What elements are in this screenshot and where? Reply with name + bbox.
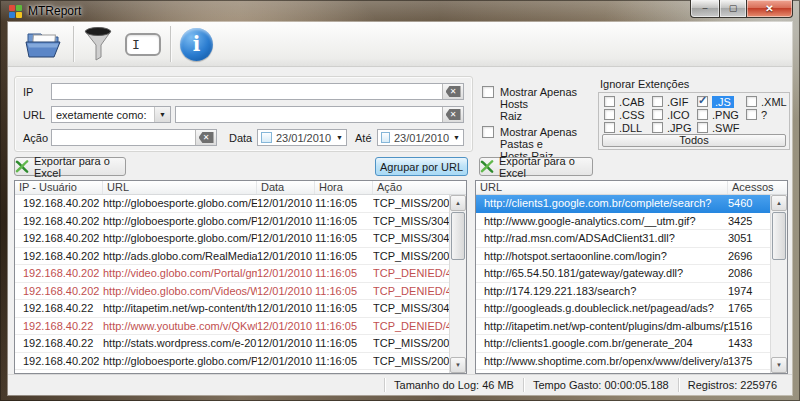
cell-url: http://itapetim.net/wp-content/th... [103, 372, 257, 373]
minimize-button[interactable]: – [690, 0, 719, 18]
checkbox-hosts-raiz[interactable]: Mostrar Apenas HostsRaiz [482, 86, 604, 122]
scroll-track[interactable] [771, 261, 787, 357]
filter-panel: IP ✕ URL exetamente como: ▼ ✕ Ação ✕ Dat… [14, 76, 473, 152]
cell-url: http://stats.wordpress.com/e-201... [103, 337, 257, 349]
extension-checkbox[interactable]: .XML [746, 95, 786, 108]
extension-checkbox[interactable]: ? [746, 108, 786, 121]
table-row[interactable]: http://65.54.50.181/gateway/gateway.dll?… [476, 265, 770, 283]
acao-clear-button[interactable]: ✕ [195, 130, 216, 145]
data-date-picker[interactable]: 23/01/2010 ▼ [257, 129, 347, 146]
ip-input[interactable] [52, 84, 442, 99]
column-header-url[interactable]: URL [476, 181, 728, 194]
cell-hora: 11:16:05 [315, 250, 373, 262]
extension-label: .JS [712, 96, 734, 108]
table-row[interactable]: http://googleads.g.doubleclick.net/pagea… [476, 300, 770, 318]
table-row[interactable]: http://rad.msn.com/ADSAdClient31.dll? 30… [476, 230, 770, 248]
extension-checkbox[interactable]: .DLL [604, 121, 652, 134]
table-row[interactable]: 192.168.40.202 http://globoesporte.globo… [15, 230, 449, 248]
window-titlebar[interactable]: MTReport – ▢ ✕ [0, 0, 800, 22]
extension-checkbox[interactable]: .CAB [604, 95, 652, 108]
close-button[interactable]: ✕ [747, 0, 793, 18]
column-header-acao[interactable]: Ação [373, 181, 466, 194]
scroll-thumb[interactable] [451, 212, 465, 260]
about-button[interactable]: i [174, 24, 219, 64]
cell-ip: 192.168.40.22 [15, 372, 103, 373]
column-header-hora[interactable]: Hora [315, 181, 373, 194]
extension-checkbox[interactable]: .PNG [697, 108, 746, 121]
table-row[interactable]: 192.168.40.202 http://globoesporte.globo… [15, 353, 449, 371]
column-header-url[interactable]: URL [103, 181, 257, 194]
table-row[interactable]: http://tbn1...img.../B00/9... 1050 [476, 370, 770, 373]
extension-checkbox[interactable]: .CSS [604, 108, 652, 121]
column-header-acessos[interactable]: Acessos [728, 181, 787, 194]
table-row[interactable]: 192.168.40.202 http://ads.globo.com/Real… [15, 248, 449, 266]
table-row[interactable]: 192.168.40.202 http://video.globo.com/Vi… [15, 283, 449, 301]
extension-checkbox[interactable]: .GIF [652, 95, 697, 108]
extension-checkbox[interactable]: .JPG [652, 121, 697, 134]
cell-hora: 11:16:05 [315, 302, 373, 314]
table-row[interactable]: http://174.129.221.183/search? 1974 [476, 283, 770, 301]
extension-checkbox[interactable]: .JS [697, 95, 746, 108]
extension-checkbox[interactable]: .SWF [697, 121, 746, 134]
cell-hora: 11:16:05 [315, 372, 373, 373]
ate-date-picker[interactable]: 23/01/2010 ▼ [377, 129, 464, 146]
acao-input[interactable] [52, 130, 195, 145]
table-row[interactable]: http://hotspot.sertaoonline.com/login? 2… [476, 248, 770, 266]
text-filter-button[interactable]: I [119, 24, 167, 64]
table-row[interactable]: http://itapetim.net/wp-content/plugins/d… [476, 318, 770, 336]
scroll-down-button[interactable]: ▼ [450, 357, 466, 373]
cell-acao: TCP_MISS/200 [373, 250, 449, 262]
table-row[interactable]: 192.168.40.22 http://itapetim.net/wp-con… [15, 370, 449, 373]
checkbox-icon [697, 96, 708, 107]
scroll-up-button[interactable]: ▲ [771, 195, 787, 211]
url-clear-button[interactable]: ✕ [442, 107, 463, 122]
scroll-up-button[interactable]: ▲ [450, 195, 466, 211]
scroll-thumb[interactable] [772, 212, 786, 260]
table-row[interactable]: http://clients1.google.com.br/complete/s… [476, 195, 770, 213]
table-row[interactable]: 192.168.40.22 http://www.youtube.com/v/Q… [15, 318, 449, 336]
todos-button[interactable]: Todos [602, 134, 786, 147]
column-header-ip-usuario[interactable]: IP - Usuário [15, 181, 103, 194]
open-log-button[interactable] [18, 24, 70, 64]
cell-acessos: 3051 [728, 232, 770, 244]
ip-clear-button[interactable]: ✕ [442, 84, 463, 99]
cell-acessos: 1375 [728, 355, 770, 367]
scroll-down-button[interactable]: ▼ [771, 357, 787, 373]
table-row[interactable]: http://www.shoptime.com.br/openx/www/del… [476, 353, 770, 371]
extension-label: ? [761, 109, 767, 121]
filter-button[interactable] [77, 24, 119, 64]
backspace-icon: ✕ [199, 132, 214, 143]
vertical-scrollbar[interactable]: ▲ ▼ [770, 195, 787, 373]
column-header-data[interactable]: Data [257, 181, 315, 194]
table-row[interactable]: 192.168.40.202 http://globoesporte.globo… [15, 213, 449, 231]
extension-checkbox[interactable]: .ICO [652, 108, 697, 121]
scroll-track[interactable] [450, 261, 466, 357]
cell-url: http://65.54.50.181/gateway/gateway.dll? [476, 267, 728, 279]
url-match-select[interactable]: exetamente como: ▼ [51, 106, 171, 123]
cell-ip: 192.168.40.202 [15, 355, 103, 367]
maximize-button[interactable]: ▢ [719, 0, 747, 18]
url-input[interactable] [176, 107, 442, 122]
cell-acao: TCP_DENIED/403 [373, 267, 449, 279]
extensions-group-title: Ignorar Extenções [600, 78, 689, 90]
export-excel-left-button[interactable]: Exportar para o Excel [14, 157, 126, 176]
export-excel-right-button[interactable]: Exportar para o Excel [479, 157, 593, 176]
checkbox-icon [604, 96, 615, 107]
cell-ip: 192.168.40.22 [15, 302, 103, 314]
table-row[interactable]: 192.168.40.22 http://itapetim.net/wp-con… [15, 300, 449, 318]
checkbox-icon [697, 109, 708, 120]
table-row[interactable]: 192.168.40.202 http://globoesporte.globo… [15, 195, 449, 213]
funnel-icon [83, 26, 113, 62]
left-table-header: IP - Usuário URL Data Hora Ação [15, 181, 466, 195]
info-icon: i [180, 28, 213, 61]
cell-hora: 11:16:05 [315, 197, 373, 209]
toolbar: I i [8, 22, 792, 67]
table-row[interactable]: 192.168.40.22 http://stats.wordpress.com… [15, 335, 449, 353]
table-row[interactable]: 192.168.40.202 http://video.globo.com/Po… [15, 265, 449, 283]
group-by-url-button[interactable]: Agrupar por URL [375, 157, 468, 176]
cell-url: http://www.shoptime.com.br/openx/www/del… [476, 355, 728, 367]
table-row[interactable]: http://clients1.google.com.br/generate_2… [476, 335, 770, 353]
cell-acessos: 1050 [728, 372, 770, 373]
table-row[interactable]: http://www.google-analytics.com/__utm.gi… [476, 213, 770, 231]
vertical-scrollbar[interactable]: ▲ ▼ [449, 195, 466, 373]
